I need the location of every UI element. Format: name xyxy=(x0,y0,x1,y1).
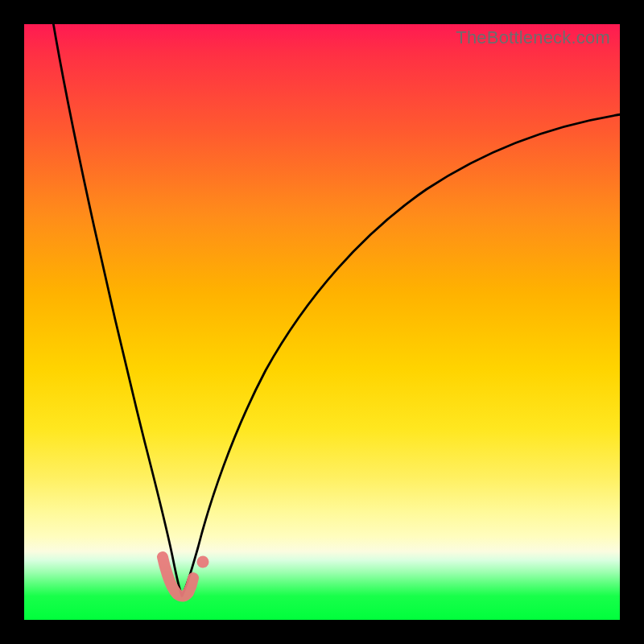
highlight-dot xyxy=(197,556,209,568)
curve-left-branch xyxy=(52,18,182,596)
highlight-minimum-arc xyxy=(163,557,193,597)
chart-frame: TheBottleneck.com xyxy=(0,0,644,644)
plot-area: TheBottleneck.com xyxy=(24,24,620,620)
curve-layer xyxy=(24,24,620,620)
curve-right-branch xyxy=(182,114,621,596)
